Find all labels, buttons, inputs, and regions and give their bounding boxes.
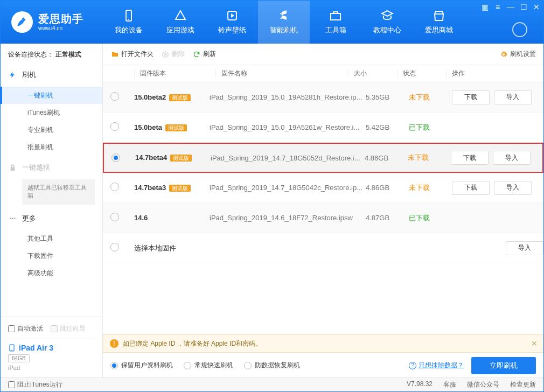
firmware-version: 14.7beta3测试版: [134, 184, 210, 192]
import-button[interactable]: 导入: [493, 151, 531, 165]
firmware-status: 未下载: [408, 153, 451, 163]
import-button[interactable]: 导入: [506, 241, 543, 255]
row-radio[interactable]: [111, 153, 120, 162]
logo[interactable]: 爱思助手 www.i4.cn: [1, 11, 103, 33]
sidebar-group-more[interactable]: 更多: [1, 209, 102, 228]
shirt-icon[interactable]: ▥: [481, 3, 489, 11]
firmware-size: 5.42GB: [366, 123, 409, 131]
nav-ringtone[interactable]: 铃声壁纸: [206, 1, 258, 44]
row-radio[interactable]: [110, 92, 119, 101]
delete-icon: [161, 50, 170, 59]
device-storage-badge: 64GB: [8, 354, 30, 362]
svg-point-1: [128, 19, 129, 20]
row-radio[interactable]: [110, 122, 119, 131]
footer-link-support[interactable]: 客服: [443, 380, 456, 389]
firmware-version: 15.0beta2测试版: [134, 93, 210, 102]
sidebar-item-more-2[interactable]: 高级功能: [1, 265, 102, 282]
flash-icon: [8, 71, 17, 79]
sidebar-item-flash-3[interactable]: 批量刷机: [1, 138, 102, 156]
firmware-filename: iPad_Spring_2019_15.0_19A5261w_Restore.i…: [210, 123, 366, 131]
nav-flash[interactable]: 智能刷机: [258, 1, 310, 44]
store-icon: [433, 9, 445, 22]
footer-link-update[interactable]: 检查更新: [510, 380, 536, 389]
sidebar-group-flash[interactable]: 刷机: [1, 65, 102, 85]
flash-settings-button[interactable]: 刷机设置: [499, 50, 536, 59]
beta-badge: 测试版: [169, 94, 191, 101]
brand-sub: www.i4.cn: [38, 25, 83, 32]
firmware-row[interactable]: 15.0beta2测试版 iPad_Spring_2019_15.0_19A52…: [103, 82, 543, 113]
firmware-row[interactable]: 14.6 iPad_Spring_2019_14.6_18F72_Restore…: [103, 203, 543, 233]
firmware-filename: iPad_Spring_2019_14.6_18F72_Restore.ipsw: [210, 214, 366, 222]
delete-button[interactable]: 删除: [161, 50, 185, 59]
download-button[interactable]: 下载: [451, 151, 489, 165]
svg-point-3: [10, 218, 11, 219]
footer-link-wechat[interactable]: 微信公众号: [467, 380, 499, 389]
sidebar-group-jailbreak[interactable]: 一键越狱: [1, 158, 102, 177]
download-button[interactable]: 下载: [452, 181, 490, 195]
firmware-row[interactable]: 14.7beta4测试版 iPad_Spring_2019_14.7_18G50…: [103, 143, 543, 173]
local-firmware-row[interactable]: 选择本地固件 导入: [103, 233, 543, 263]
maximize-button[interactable]: ☐: [520, 3, 527, 11]
beta-badge: 测试版: [169, 185, 191, 192]
flash-option-normal[interactable]: 常规快速刷机: [184, 361, 233, 370]
tablet-icon: [8, 344, 16, 352]
sidebar-item-flash-2[interactable]: 专业刷机: [1, 121, 102, 138]
erase-data-link[interactable]: ? 只想抹除数据？: [409, 361, 464, 370]
open-folder-button[interactable]: 打开文件夹: [110, 50, 154, 59]
sidebar-item-more-0[interactable]: 其他工具: [1, 230, 102, 248]
close-button[interactable]: ✕: [533, 3, 540, 11]
question-icon: ?: [409, 362, 416, 369]
flash-option-keep-data[interactable]: 保留用户资料刷机: [110, 361, 173, 370]
col-version: 固件版本: [140, 69, 215, 78]
refresh-button[interactable]: 刷新: [192, 50, 216, 59]
flash-option-anti-recovery[interactable]: 防数据恢复刷机: [244, 361, 300, 370]
row-radio[interactable]: [110, 183, 119, 191]
device-name[interactable]: iPad Air 3: [8, 344, 95, 352]
firmware-table: 15.0beta2测试版 iPad_Spring_2019_15.0_19A52…: [103, 82, 543, 334]
gear-icon: [499, 50, 508, 59]
firmware-row[interactable]: 14.7beta3测试版 iPad_Spring_2019_14.7_18G50…: [103, 173, 543, 203]
svg-point-4: [12, 218, 13, 219]
titlebar-controls: ▥ ≡ — ☐ ✕: [481, 3, 540, 11]
brand-title: 爱思助手: [38, 12, 83, 25]
minimize-button[interactable]: —: [507, 3, 514, 11]
import-button[interactable]: 导入: [494, 181, 532, 195]
sidebar-item-flash-1[interactable]: iTunes刷机: [1, 104, 102, 121]
nav-tutorial[interactable]: 教程中心: [361, 1, 413, 44]
nav-device[interactable]: 我的设备: [103, 1, 155, 44]
start-flash-button[interactable]: 立即刷机: [471, 357, 536, 374]
block-itunes-checkbox[interactable]: 阻止iTunes运行: [8, 380, 62, 389]
firmware-version: 15.0beta测试版: [134, 123, 210, 132]
nav-store[interactable]: 爱思商城: [413, 1, 465, 44]
firmware-row[interactable]: 15.0beta测试版 iPad_Spring_2019_15.0_19A526…: [103, 113, 543, 143]
skip-guide-checkbox[interactable]: 跳过向导: [51, 324, 86, 333]
main-panel: 打开文件夹 删除 刷新 刷机设置 固件版本 固件名称 大小 状态 操作: [103, 44, 543, 377]
header: 爱思助手 www.i4.cn 我的设备应用游戏铃声壁纸智能刷机工具箱教程中心爱思…: [1, 1, 543, 44]
row-radio[interactable]: [110, 213, 119, 221]
lock-icon: [8, 163, 17, 172]
download-button[interactable]: 下载: [452, 90, 490, 104]
firmware-size: 4.87GB: [366, 214, 409, 222]
sidebar: 设备连接状态： 正常模式 刷机 一键刷机iTunes刷机专业刷机批量刷机 一键越…: [1, 44, 103, 377]
nav-apps[interactable]: 应用游戏: [155, 1, 206, 44]
auto-activate-checkbox[interactable]: 自动激活: [8, 324, 43, 333]
toolbar: 打开文件夹 删除 刷新 刷机设置: [103, 44, 543, 65]
import-button[interactable]: 导入: [494, 90, 532, 104]
connection-status: 设备连接状态： 正常模式: [1, 44, 102, 65]
close-warning-button[interactable]: ✕: [531, 339, 538, 348]
jailbreak-note[interactable]: 越狱工具已转移至工具箱: [22, 179, 95, 205]
firmware-version: 14.6: [134, 214, 210, 222]
download-manager-button[interactable]: [512, 22, 527, 37]
col-status: 状态: [403, 69, 446, 78]
more-icon: [8, 214, 17, 223]
radio-icon: [110, 362, 118, 369]
sidebar-item-flash-0[interactable]: 一键刷机: [1, 87, 102, 104]
firmware-filename: iPad_Spring_2019_15.0_19A5281h_Restore.i…: [210, 93, 366, 101]
sidebar-item-more-1[interactable]: 下载固件: [1, 248, 102, 265]
nav-toolbox[interactable]: 工具箱: [310, 1, 361, 44]
radio-icon: [184, 362, 191, 369]
firmware-status: 已下载: [409, 123, 452, 132]
row-radio[interactable]: [110, 243, 119, 251]
firmware-status: 未下载: [409, 183, 452, 193]
menu-icon[interactable]: ≡: [494, 3, 501, 11]
